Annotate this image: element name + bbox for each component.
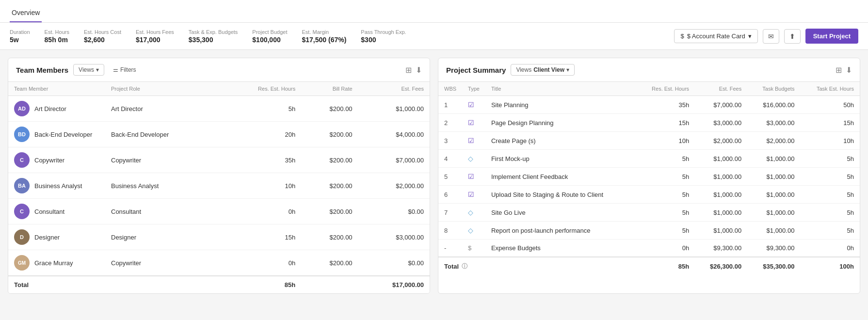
type-cell: ☑ xyxy=(462,96,485,114)
row-res-hours: 35h xyxy=(636,96,695,114)
member-hours: 0h xyxy=(220,250,301,276)
team-views-button[interactable]: Views ▾ xyxy=(73,64,104,76)
wbs-number: 8 xyxy=(438,222,462,240)
grid-view-icon-button[interactable]: ⊞ xyxy=(405,65,412,75)
team-filters-button[interactable]: ⚌ Filters xyxy=(109,64,140,75)
dollar-icon: $ xyxy=(468,244,471,252)
client-view-label: Client View xyxy=(533,66,564,73)
avatar: AD xyxy=(14,101,30,116)
table-row: AD Art Director Art Director 5h $200.00 … xyxy=(8,96,430,122)
avatar: BD xyxy=(14,127,30,142)
member-name-cell: AD Art Director xyxy=(8,96,105,122)
avatar: D xyxy=(14,229,30,245)
member-bill-rate: $200.00 xyxy=(301,122,358,147)
start-project-button[interactable]: Start Project xyxy=(805,29,858,44)
type-cell: ☑ xyxy=(462,132,485,150)
row-title: Report on post-launch performance xyxy=(485,222,636,240)
project-total-res-hours: 85h xyxy=(636,257,695,275)
avatar: BA xyxy=(14,178,30,193)
member-fees: $2,000.00 xyxy=(358,173,430,199)
col-res-est-hours: Res. Est. Hours xyxy=(636,82,695,96)
total-hours: 85h xyxy=(220,276,301,293)
metric-est-hours-fees-value: $17,000 xyxy=(136,36,174,44)
views-label: Views xyxy=(516,66,531,73)
metric-est-hours-cost-label: Est. Hours Cost xyxy=(84,29,121,35)
table-row: 7 ◇ Site Go Live 5h $1,000.00 $1,000.00 … xyxy=(438,204,860,222)
row-title: Site Go Live xyxy=(485,204,636,222)
row-task-hours: 5h xyxy=(800,150,860,168)
wbs-number: 6 xyxy=(438,186,462,204)
team-panel-title: Team Members xyxy=(16,66,68,74)
member-role: Consultant xyxy=(105,199,220,224)
metric-duration-label: Duration xyxy=(10,29,30,35)
project-total-task-budgets: $35,300.00 xyxy=(747,257,800,275)
project-panel-header: Project Summary Views Client View ▾ ⊞ ⬇ xyxy=(438,58,860,82)
rate-card-label: $ Account Rate Card xyxy=(687,32,745,40)
type-cell: ◇ xyxy=(462,150,485,168)
diamond-icon: ◇ xyxy=(468,226,473,234)
row-est-fees: $7,000.00 xyxy=(695,96,747,114)
type-cell: $ xyxy=(462,240,485,257)
metric-est-hours-cost-value: $2,600 xyxy=(84,36,121,44)
grid-view-icon-button[interactable]: ⊞ xyxy=(836,65,842,75)
member-hours: 10h xyxy=(220,173,301,199)
rate-card-button[interactable]: $ $ Account Rate Card ▾ xyxy=(674,29,757,43)
chevron-down-icon: ▾ xyxy=(96,66,99,73)
table-row: 1 ☑ Site Planning 35h $7,000.00 $16,000.… xyxy=(438,96,860,114)
member-name: Business Analyst xyxy=(34,182,82,190)
row-title: Page Design Planning xyxy=(485,114,636,132)
member-role: Designer xyxy=(105,224,220,250)
member-name-cell: BD Back-End Developer xyxy=(8,122,105,147)
member-name-cell: C Copywriter xyxy=(8,147,105,173)
check-icon: ☑ xyxy=(468,101,474,109)
table-row: 6 ☑ Upload Site to Staging & Route to Cl… xyxy=(438,186,860,204)
row-task-budgets: $1,000.00 xyxy=(747,204,800,222)
row-task-budgets: $3,000.00 xyxy=(747,114,800,132)
row-title: Create Page (s) xyxy=(485,132,636,150)
member-bill-rate: $200.00 xyxy=(301,96,358,122)
tab-bar: Overview xyxy=(10,5,858,22)
member-name: Designer xyxy=(34,234,60,241)
member-name-cell: C Consultant xyxy=(8,199,105,224)
member-name-cell: BA Business Analyst xyxy=(8,173,105,199)
row-res-hours: 5h xyxy=(636,222,695,240)
project-views-button[interactable]: Views Client View ▾ xyxy=(511,64,575,76)
metric-pass-through-value: $300 xyxy=(361,36,406,44)
email-icon-button[interactable]: ✉ xyxy=(763,29,779,44)
avatar: GM xyxy=(14,255,30,271)
metric-project-budget: Project Budget $100,000 xyxy=(252,29,287,44)
row-title: Implement Client Feedback xyxy=(485,168,636,186)
project-summary-table: WBS Type Title Res. Est. Hours Est. Fees… xyxy=(438,82,860,275)
metric-est-margin-label: Est. Margin xyxy=(302,29,346,35)
download-icon-button[interactable]: ⬇ xyxy=(416,65,422,75)
metric-est-hours: Est. Hours 85h 0m xyxy=(45,29,69,44)
member-fees: $0.00 xyxy=(358,250,430,276)
member-fees: $4,000.00 xyxy=(358,122,430,147)
row-title: First Mock-up xyxy=(485,150,636,168)
row-task-budgets: $1,000.00 xyxy=(747,186,800,204)
row-task-hours: 5h xyxy=(800,222,860,240)
member-fees: $1,000.00 xyxy=(358,96,430,122)
team-members-table: Team Member Project Role Res. Est. Hours… xyxy=(8,82,430,293)
info-icon: ⓘ xyxy=(462,262,467,271)
download-icon-button[interactable]: ⬇ xyxy=(846,65,852,75)
col-est-fees: Est. Fees xyxy=(358,82,430,96)
project-panel-title: Project Summary xyxy=(446,66,506,74)
row-res-hours: 5h xyxy=(636,150,695,168)
member-hours: 15h xyxy=(220,224,301,250)
team-panel-header-right: ⊞ ⬇ xyxy=(405,65,422,75)
tab-overview[interactable]: Overview xyxy=(10,5,42,22)
row-res-hours: 5h xyxy=(636,186,695,204)
member-fees: $0.00 xyxy=(358,199,430,224)
team-total-row: Total 85h $17,000.00 xyxy=(8,276,430,293)
metric-duration-value: 5w xyxy=(10,36,30,44)
metric-task-budgets: Task & Exp. Budgets $35,300 xyxy=(189,29,238,44)
views-label: Views xyxy=(79,66,94,73)
total-fees: $17,000.00 xyxy=(358,276,430,293)
export-icon-button[interactable]: ⬆ xyxy=(784,29,801,44)
row-task-budgets: $2,000.00 xyxy=(747,132,800,150)
row-task-hours: 50h xyxy=(800,96,860,114)
type-cell: ◇ xyxy=(462,222,485,240)
project-total-label: Total ⓘ xyxy=(438,257,636,275)
table-row: 8 ◇ Report on post-launch performance 5h… xyxy=(438,222,860,240)
